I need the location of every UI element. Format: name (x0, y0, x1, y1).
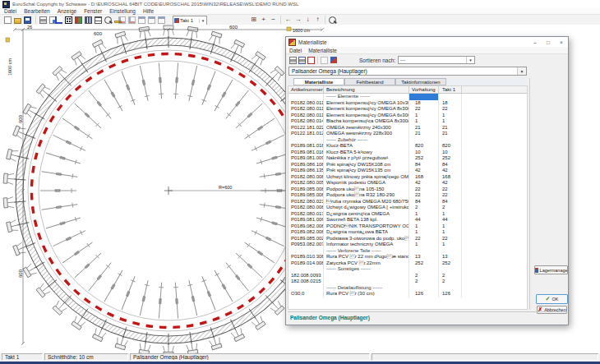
dialog-tabs: Materialliste Fehlbestand Taktinformatio… (288, 78, 528, 85)
export-icon[interactable] (307, 56, 316, 64)
table-row[interactable]: P0182.080.0111Element kompensuj¹cy OMEGA… (288, 106, 527, 113)
lagermanager-button[interactable]: Lagermanager (534, 265, 568, 274)
table-row[interactable]: P0182.080.0089Uchwyt d¿wigowy OMEGA [ +i… (288, 205, 527, 211)
table-row[interactable]: P0122.181.0122OMEGA wewnêtrzny 228x30021… (288, 131, 527, 137)
category-row[interactable]: ------ Verlorene Teile ------ (288, 248, 527, 255)
pan-up-icon[interactable]: ↑ (313, 16, 322, 24)
menu-bearbeiten[interactable]: Bearbeiten (24, 8, 49, 14)
cell-takt1: 168 (439, 174, 462, 181)
table-row[interactable]: P0189.085.0086Podpora ukona R32 180-290… (288, 192, 527, 199)
color-view-icon[interactable] (74, 16, 83, 24)
dialog-titlebar[interactable]: Materialliste – □ × (286, 37, 568, 47)
table-row[interactable]: P0953.082.0076Informator techniczny OMEG… (288, 242, 527, 248)
table-pi-1-icon[interactable] (137, 16, 146, 24)
table-row[interactable]: P0189.085.0023Podstawa 3-otworowa do pod… (288, 236, 527, 242)
menu-anzeige[interactable]: Anzeige (58, 8, 77, 14)
cell-takt1: 42 (439, 180, 462, 187)
table-row[interactable]: 182.008.009322 (288, 273, 527, 279)
cell-artikelnummer: P0189.014.0081 (288, 260, 324, 267)
chevron-down-icon[interactable]: ▼ (517, 67, 526, 75)
ok-button[interactable]: ✓ OK (536, 294, 568, 304)
dialog-toolbar: Sortieren nach: --- ▼ (286, 54, 568, 66)
column-header-takt1[interactable]: Takt 1 (439, 86, 462, 93)
zoom-out-icon[interactable]: − (269, 16, 278, 24)
close-icon[interactable]: × (555, 37, 568, 47)
pan-down-icon[interactable]: ↓ (303, 16, 312, 24)
table-row[interactable]: P0189.014.0081Zatyczka PCV r.22mm252252 (288, 260, 527, 267)
menu-hilfe[interactable]: Hilfe (143, 8, 154, 14)
column-header-artikelnummer[interactable]: Artikelnummer (288, 86, 324, 93)
category-label: ------ Elemente ------ (324, 94, 409, 100)
new-file-icon[interactable] (3, 16, 12, 24)
table-row[interactable]: P0182.080.0179D¿wignia centruj¹ca OMEGA1… (288, 211, 527, 218)
cell-bezeichnung: Podpora ukona R32 180-290 (324, 192, 409, 199)
stock-combobox[interactable]: Palisander Omega (Hauptlager) ▼ (288, 67, 527, 76)
table-row[interactable]: P0189.081.0180Klucz-BETA820820 (288, 143, 527, 150)
category-row[interactable]: ------ Zubehör ------ (288, 137, 527, 144)
marker-1600-left: 1600 cm (7, 58, 12, 76)
window-titlebar[interactable]: EuroSchal Copyright by Schwawe - D:\EURO… (0, 0, 600, 8)
table-row[interactable]: O30,0Rura PCV r (30 cm)126126 (288, 291, 527, 297)
table-view-icon[interactable] (64, 16, 73, 24)
table-row[interactable]: P0182.080.0053Wspornik podestu OMEGA4242 (288, 180, 527, 187)
menu-einstellung[interactable]: Einstellung (109, 8, 136, 14)
cell-artikelnummer: P0182.080.0149 (288, 118, 324, 125)
sort-combobox[interactable]: --- ▼ (398, 56, 475, 64)
table-row[interactable]: P0189.081.0069Sworzeñ BETA 138 kpl.4444 (288, 217, 527, 223)
pan-left-icon[interactable]: ← (284, 16, 293, 24)
table-row[interactable]: P0189.010.3080Rura PCV r 22 mm d³ugoæ … (288, 254, 527, 260)
table-pi-3-icon[interactable] (157, 16, 166, 24)
dialog-menu-datei[interactable]: Datei (289, 48, 302, 53)
zoom-tool-icon[interactable] (104, 16, 113, 24)
maximize-icon[interactable]: □ (542, 37, 555, 47)
tab-taktinformationen[interactable]: Taktinformationen (395, 78, 446, 85)
chart-view-icon[interactable] (54, 16, 63, 24)
table-row[interactable]: P0182.080.0149Blacha kompensuj¹ca OMEGA … (288, 118, 527, 125)
copy-icon[interactable] (320, 56, 329, 64)
table-row[interactable]: P0182.080.0089Uchwyt klinowy prêta spina… (288, 174, 527, 181)
table-pi-2-icon[interactable] (147, 16, 156, 24)
open-file-icon[interactable] (13, 16, 22, 24)
list-settings-icon[interactable] (329, 56, 338, 64)
table-row[interactable]: P0189.086.1350Prêt spinaj¹cy DW15K135 cm… (288, 168, 527, 174)
fit-view-icon[interactable]: ⊞ (249, 16, 258, 24)
column-header-bezeichnung[interactable]: Bezeichnung (324, 86, 409, 93)
chevron-down-icon[interactable]: ▼ (199, 19, 206, 23)
pan-right-icon[interactable]: → (293, 16, 302, 24)
diagram-a-icon[interactable] (118, 16, 127, 24)
table-row[interactable]: P0182.080.0114Element kompensuj¹cy OMEGA… (288, 113, 527, 119)
print-icon[interactable] (39, 16, 48, 24)
menu-datei[interactable]: Datei (4, 8, 16, 14)
table-row[interactable]: 182.008.021522 (288, 279, 527, 285)
cell-takt1: 1 (439, 113, 462, 119)
category-row[interactable]: ------ Elemente ------ (288, 94, 527, 100)
table-row[interactable]: P0189.082.0083PODNONIK TRANSPORTOWY OCY… (288, 223, 527, 230)
table-row[interactable]: P0189.081.0099Nakrêtka z p³yt¹ przegubow… (288, 155, 527, 162)
save-icon[interactable] (23, 16, 32, 24)
print-list-icon[interactable] (288, 56, 298, 64)
table-row[interactable]: P0189.081.0185Klucz-BETA 5-k¹towy1010 (288, 150, 527, 156)
print-all-icon[interactable] (298, 56, 307, 64)
table-row[interactable]: P0122.181.0222OMEGA zewnêtrzny 240x30021… (288, 125, 527, 131)
category-row[interactable]: ------ Sonstiges ------ (288, 266, 527, 273)
table-row[interactable]: P0182.080.0110Element kompensuj¹cy OMEGA… (288, 100, 527, 107)
menu-fenster[interactable]: Fenster (84, 8, 102, 14)
magnifier-icon[interactable] (328, 16, 337, 24)
column-header-vorhaltung[interactable]: Vorhaltung (409, 86, 439, 93)
tab-fehlbestand[interactable]: Fehlbestand (344, 78, 395, 85)
tab-materialliste[interactable]: Materialliste (293, 78, 344, 85)
diagram-b-icon[interactable] (127, 16, 136, 24)
cell-vorhaltung: 18 (409, 100, 439, 107)
table-row[interactable]: P0189.082.0080D¿wignia monta¿owa BETA11 (288, 229, 527, 236)
table-row[interactable]: P0189.085.0081Podpora ukona 105-1502222 (288, 187, 527, 193)
columns-view-icon[interactable] (84, 16, 93, 24)
chevron-down-icon[interactable]: ▼ (466, 57, 474, 63)
minimize-icon[interactable]: – (528, 37, 542, 47)
cell-takt1: 22 (439, 187, 462, 193)
zoom-in-icon[interactable]: + (259, 16, 268, 24)
table-row[interactable]: P0189.086.1080Prêt spinaj¹cy DW15K108 cm… (288, 162, 527, 168)
dialog-menu-materialliste[interactable]: Materialliste (308, 48, 337, 53)
table-row[interactable]: P0182.080.0212ruba rzymska OMEGA M20 68… (288, 199, 527, 205)
category-row[interactable]: ------ Detailauflistung ------ (288, 285, 527, 292)
layout-view-icon[interactable] (94, 16, 103, 24)
